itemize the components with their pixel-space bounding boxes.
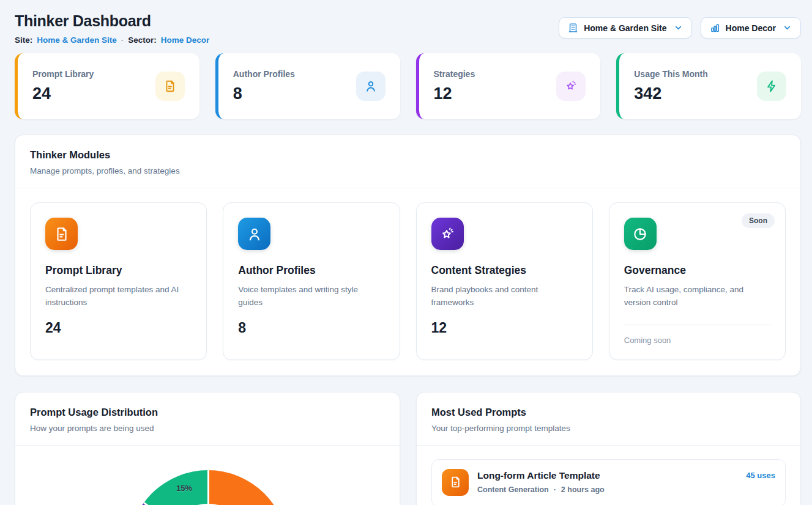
most-used-prompts-card: Most Used Prompts Your top-performing pr… [416, 392, 801, 505]
stat-value: 342 [634, 84, 708, 103]
stat-card-author-profiles: Author Profiles 8 [215, 53, 400, 119]
usage-donut[interactable]: 15% [129, 470, 288, 505]
sector-selector-label: Home Decor [726, 23, 776, 33]
site-label: Site: [15, 35, 32, 45]
header-selectors: Home & Garden Site Home Decor [559, 17, 801, 39]
module-card-prompt-library[interactable]: Prompt Library Centralized prompt templa… [30, 202, 207, 360]
prompt-item-meta: Content Generation · 2 hours ago [477, 485, 737, 494]
prompt-usage-distribution-card: Prompt Usage Distribution How your promp… [15, 392, 400, 505]
usage-subtitle: How your prompts are being used [30, 424, 385, 433]
usage-header: Prompt Usage Distribution How your promp… [15, 393, 400, 446]
stat-label: Strategies [434, 69, 475, 79]
modules-subtitle: Manage prompts, profiles, and strategies [30, 166, 786, 175]
prompt-item-title: Long-form Article Template [477, 470, 737, 481]
module-description: Voice templates and writing style guides [238, 284, 384, 309]
thinker-dashboard-page: Thinker Dashboard Site: Home & Garden Si… [0, 0, 812, 505]
stat-label: Author Profiles [233, 69, 295, 79]
prompt-item-category: Content Generation [477, 485, 549, 494]
sector-link[interactable]: Home Decor [161, 35, 210, 45]
star-sparkle-icon [556, 72, 586, 101]
site-link[interactable]: Home & Garden Site [37, 35, 117, 45]
prompt-list-item[interactable]: Long-form Article Template Content Gener… [431, 459, 786, 505]
site-selector-dropdown[interactable]: Home & Garden Site [559, 17, 691, 39]
module-divider [624, 325, 770, 325]
chevron-down-icon [674, 23, 683, 32]
bolt-icon [757, 72, 786, 101]
module-description: Track AI usage, compliance, and version … [624, 284, 770, 309]
module-description: Centralized prompt templates and AI inst… [45, 284, 192, 309]
usage-title: Prompt Usage Distribution [30, 407, 385, 418]
stat-text: Usage This Month 342 [634, 69, 708, 103]
pie-chart-icon [624, 218, 657, 250]
user-icon [356, 72, 386, 101]
prompt-item-time: 2 hours ago [561, 485, 605, 494]
stat-text: Author Profiles 8 [233, 69, 295, 103]
header: Thinker Dashboard Site: Home & Garden Si… [0, 0, 812, 52]
module-title: Prompt Library [45, 264, 192, 277]
modules-title: Thinker Modules [30, 149, 786, 161]
modules-header: Thinker Modules Manage prompts, profiles… [15, 135, 800, 188]
donut-slice-label: 15% [176, 484, 192, 493]
breadcrumb-separator: · [121, 35, 124, 45]
stat-card-prompt-library: Prompt Library 24 [15, 53, 199, 119]
stat-value: 24 [32, 84, 94, 103]
chevron-down-icon [783, 23, 792, 32]
module-card-content-strategies[interactable]: Content Strategies Brand playbooks and c… [416, 202, 593, 360]
module-count: 12 [431, 320, 578, 336]
document-icon [442, 469, 469, 496]
soon-badge: Soon [742, 213, 775, 228]
document-icon [45, 218, 78, 250]
breadcrumb: Site: Home & Garden Site · Sector: Home … [15, 35, 209, 45]
stat-value: 8 [233, 84, 295, 103]
stat-label: Usage This Month [634, 69, 708, 79]
stat-card-strategies: Strategies 12 [416, 53, 601, 119]
module-count: 24 [45, 320, 192, 336]
page-title: Thinker Dashboard [15, 12, 209, 30]
module-card-governance[interactable]: Soon Governance Track AI usage, complian… [609, 202, 786, 360]
user-icon [238, 218, 270, 250]
stat-card-usage: Usage This Month 342 [616, 53, 801, 119]
prompts-title: Most Used Prompts [431, 407, 786, 418]
building-icon [568, 23, 578, 33]
site-selector-label: Home & Garden Site [584, 23, 666, 33]
stat-value: 12 [434, 84, 475, 103]
prompt-meta-separator: · [554, 485, 556, 494]
sector-label: Sector: [128, 35, 157, 45]
modules-grid: Prompt Library Centralized prompt templa… [15, 188, 800, 375]
bar-chart-icon [710, 23, 720, 33]
stat-text: Strategies 12 [434, 69, 475, 103]
thinker-modules-section: Thinker Modules Manage prompts, profiles… [15, 135, 801, 376]
star-sparkle-icon [431, 218, 464, 250]
module-count: 8 [238, 320, 384, 336]
donut-slice-divider [207, 470, 209, 505]
document-icon [155, 72, 185, 101]
module-card-author-profiles[interactable]: Author Profiles Voice templates and writ… [223, 202, 400, 360]
sector-selector-dropdown[interactable]: Home Decor [701, 17, 801, 39]
prompt-list: Long-form Article Template Content Gener… [417, 446, 800, 505]
module-title: Content Strategies [431, 264, 578, 277]
prompt-item-uses-badge: 45 uses [746, 471, 775, 480]
module-description: Brand playbooks and content frameworks [431, 284, 578, 309]
prompts-subtitle: Your top-performing prompt templates [431, 424, 786, 433]
stats-row: Prompt Library 24 Author Profiles 8 [15, 53, 801, 119]
bottom-row: Prompt Usage Distribution How your promp… [15, 392, 812, 505]
usage-donut-chart: 15% [129, 470, 288, 505]
stat-label: Prompt Library [32, 69, 94, 79]
module-title: Author Profiles [238, 264, 384, 277]
prompts-header: Most Used Prompts Your top-performing pr… [417, 393, 800, 446]
header-left: Thinker Dashboard Site: Home & Garden Si… [15, 12, 209, 45]
module-title: Governance [624, 264, 770, 277]
prompt-item-texts: Long-form Article Template Content Gener… [477, 470, 737, 494]
stat-text: Prompt Library 24 [32, 69, 94, 103]
coming-soon-text: Coming soon [624, 336, 770, 345]
